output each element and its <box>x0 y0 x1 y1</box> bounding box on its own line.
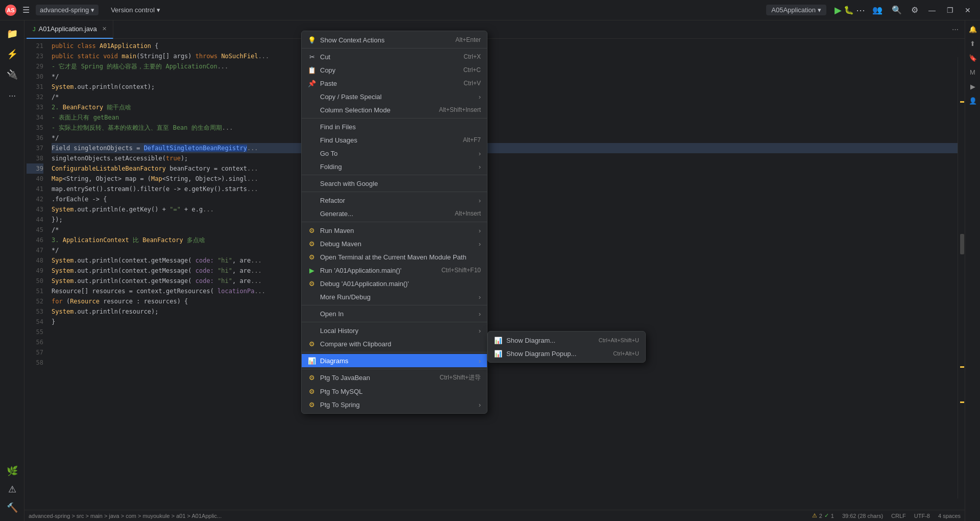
compare-clipboard-label: Compare with Clipboard <box>320 340 481 348</box>
menu-diagrams[interactable]: 📊 Diagrams › <box>302 354 487 367</box>
menu-go-to[interactable]: Go To › <box>302 147 487 160</box>
code-editor[interactable]: public class A01Application { public sta… <box>47 39 965 510</box>
status-bar: advanced-spring > src > main > java > co… <box>24 510 965 521</box>
run-config-name: A05Application <box>771 6 816 14</box>
vc-dropdown-icon: ▾ <box>157 6 160 14</box>
version-control-selector[interactable]: Version control ▾ <box>111 6 160 14</box>
generate-shortcut: Alt+Insert <box>455 210 481 217</box>
separator-1 <box>302 48 487 49</box>
search-google-label: Search with Google <box>320 180 481 187</box>
sidebar-icon-build[interactable]: 🔨 <box>3 499 21 517</box>
project-selector[interactable]: advanced-spring ▾ <box>36 5 99 15</box>
close-button[interactable]: ✕ <box>961 4 975 16</box>
status-indent[interactable]: 4 spaces <box>938 512 961 519</box>
menu-show-context-actions[interactable]: 💡 Show Context Actions Alt+Enter <box>302 33 487 46</box>
run-icon-side[interactable]: ▶ <box>966 80 979 93</box>
submenu-show-diagram-popup[interactable]: 📊 Show Diagram Popup... Ctrl+Alt+U <box>488 347 645 360</box>
run-config-selector[interactable]: A05Application ▾ <box>766 5 826 15</box>
tab-more-button[interactable]: ⋯ <box>948 26 963 33</box>
menu-folding[interactable]: Folding › <box>302 160 487 173</box>
diagrams-icon: 📊 <box>308 357 316 365</box>
menu-compare-clipboard[interactable]: ⚙ Compare with Clipboard <box>302 337 487 350</box>
separator-6 <box>302 305 487 305</box>
line-numbers: 21 23 29 30 31 32 33 34 35 36 37 38 39 4… <box>24 39 47 510</box>
find-usages-icon <box>308 136 316 144</box>
tab-close-icon[interactable]: ✕ <box>102 26 107 32</box>
menu-ptg-spring[interactable]: ⚙ Ptg To Spring › <box>302 398 487 411</box>
menu-column-selection[interactable]: Column Selection Mode Alt+Shift+Insert <box>302 103 487 116</box>
menu-generate[interactable]: Generate... Alt+Insert <box>302 207 487 220</box>
column-selection-shortcut: Alt+Shift+Insert <box>439 106 481 113</box>
sidebar-icon-more[interactable]: ⋯ <box>3 87 21 105</box>
app-logo: AS <box>5 5 16 16</box>
show-diagram-shortcut: Ctrl+Alt+Shift+U <box>599 337 639 343</box>
structure-icon[interactable]: 👤 <box>966 94 979 107</box>
maven-icon[interactable]: M <box>966 65 979 79</box>
copy-paste-special-arrow: › <box>479 93 481 101</box>
main-layout: 📁 ⚡ 🔌 ⋯ 🌿 ⚠ 🔨 J A01Application.java ✕ ⋯ … <box>0 20 980 521</box>
show-diagram-popup-icon: 📊 <box>494 349 502 358</box>
status-position[interactable]: 39:62 (28 chars) <box>842 512 883 519</box>
status-encoding[interactable]: UTF-8 <box>914 512 930 519</box>
status-warnings[interactable]: ⚠ 2 ✓ 1 <box>812 512 834 519</box>
menu-open-terminal[interactable]: ⚙ Open Terminal at the Current Maven Mod… <box>302 250 487 264</box>
separator-2 <box>302 118 487 119</box>
debug-app-icon: ⚙ <box>308 279 316 288</box>
menu-debug-app[interactable]: ⚙ Debug 'A01Application.main()' <box>302 277 487 290</box>
menu-open-in[interactable]: Open In › <box>302 307 487 320</box>
vc-label: Version control <box>111 6 155 14</box>
menu-find-in-files[interactable]: Find in Files <box>302 120 487 133</box>
tab-a01application[interactable]: J A01Application.java ✕ <box>27 20 113 39</box>
hamburger-button[interactable]: ☰ <box>20 3 32 17</box>
settings-icon[interactable]: ⚙ <box>908 3 921 17</box>
separator-4 <box>302 192 487 192</box>
debug-app-label: Debug 'A01Application.main()' <box>320 280 481 288</box>
ptg-spring-arrow: › <box>479 401 481 409</box>
menu-refactor[interactable]: Refactor › <box>302 194 487 207</box>
run-button[interactable]: ▶ <box>835 5 842 16</box>
paste-label: Paste <box>320 80 459 87</box>
menu-search-google[interactable]: Search with Google <box>302 177 487 190</box>
menu-copy[interactable]: 📋 Copy Ctrl+C <box>302 63 487 77</box>
search-everywhere-icon[interactable]: 🔍 <box>889 3 905 17</box>
menu-ptg-mysql[interactable]: ⚙ Ptg To MySQL <box>302 385 487 398</box>
status-path[interactable]: advanced-spring > src > main > java > co… <box>29 513 222 519</box>
menu-paste[interactable]: 📌 Paste Ctrl+V <box>302 77 487 90</box>
sidebar-icon-todo[interactable]: ⚠ <box>3 480 21 499</box>
minimap-scrollbar[interactable] <box>958 57 965 499</box>
more-run-label: More Run/Debug <box>320 293 475 301</box>
bookmarks-icon[interactable]: 🔖 <box>966 51 979 64</box>
more-run-button[interactable]: ⋯ <box>856 5 865 16</box>
menu-run-maven[interactable]: ⚙ Run Maven › <box>302 224 487 237</box>
sidebar-icon-plugins[interactable]: 🔌 <box>3 65 21 84</box>
copy-shortcut: Ctrl+C <box>463 66 481 74</box>
run-maven-icon: ⚙ <box>308 226 316 234</box>
menu-run-app[interactable]: ▶ Run 'A01Application.main()' Ctrl+Shift… <box>302 264 487 277</box>
find-in-files-label: Find in Files <box>320 123 481 131</box>
notifications-icon[interactable]: 🔔 <box>966 22 979 36</box>
menu-more-run[interactable]: More Run/Debug › <box>302 290 487 303</box>
toolbar-right: 🔔 ⬆ 🔖 M ▶ 👤 <box>965 20 980 521</box>
sidebar-icon-structure[interactable]: ⚡ <box>3 45 21 63</box>
diagrams-submenu: 📊 Show Diagram... Ctrl+Alt+Shift+U 📊 Sho… <box>487 331 646 363</box>
project-dropdown-icon: ▾ <box>91 6 94 14</box>
menu-debug-maven[interactable]: ⚙ Debug Maven › <box>302 237 487 250</box>
sidebar-icon-files[interactable]: 📁 <box>3 25 21 43</box>
more-run-arrow: › <box>479 293 481 301</box>
menu-ptg-javabean[interactable]: ⚙ Ptg To JavaBean Ctrl+Shift+进导 <box>302 371 487 385</box>
status-line-ending[interactable]: CRLF <box>891 512 906 519</box>
minimize-button[interactable]: — <box>924 4 940 16</box>
vcs-icon[interactable]: ⬆ <box>966 37 979 50</box>
menu-local-history[interactable]: Local History › <box>302 324 487 337</box>
refactor-label: Refactor <box>320 197 475 204</box>
debug-button[interactable]: 🐛 <box>844 5 854 15</box>
collab-icon[interactable]: 👥 <box>869 3 886 17</box>
sidebar-icon-git[interactable]: 🌿 <box>3 462 21 480</box>
maximize-button[interactable]: ❐ <box>943 4 958 16</box>
menu-copy-paste-special[interactable]: Copy / Paste Special › <box>302 90 487 103</box>
menu-cut[interactable]: ✂ Cut Ctrl+X <box>302 50 487 63</box>
submenu-show-diagram[interactable]: 📊 Show Diagram... Ctrl+Alt+Shift+U <box>488 334 645 347</box>
menu-find-usages[interactable]: Find Usages Alt+F7 <box>302 133 487 147</box>
folding-icon <box>308 162 316 171</box>
find-usages-shortcut: Alt+F7 <box>463 136 481 144</box>
